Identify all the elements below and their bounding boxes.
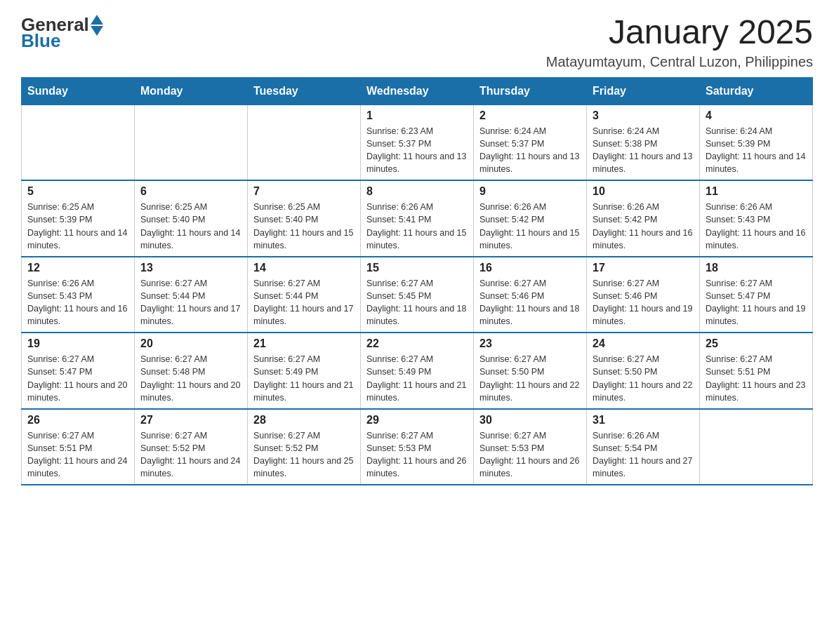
day-number: 20 [140, 337, 241, 350]
calendar-cell: 20Sunrise: 6:27 AM Sunset: 5:48 PM Dayli… [135, 333, 248, 409]
day-number: 24 [593, 337, 694, 350]
day-number: 7 [253, 185, 355, 198]
day-number: 6 [140, 185, 241, 198]
calendar-cell: 5Sunrise: 6:25 AM Sunset: 5:39 PM Daylig… [22, 180, 135, 257]
calendar-cell [248, 105, 361, 180]
calendar-cell: 10Sunrise: 6:26 AM Sunset: 5:42 PM Dayli… [587, 180, 700, 257]
day-info: Sunrise: 6:27 AM Sunset: 5:50 PM Dayligh… [479, 353, 581, 404]
calendar-cell: 28Sunrise: 6:27 AM Sunset: 5:52 PM Dayli… [248, 409, 361, 485]
day-number: 21 [253, 337, 355, 350]
day-number: 15 [366, 262, 468, 274]
calendar-cell [22, 105, 135, 180]
page-header: General Blue January 2025 Matayumtayum, … [21, 14, 813, 70]
header-day-thursday: Thursday [474, 77, 587, 105]
calendar-cell: 26Sunrise: 6:27 AM Sunset: 5:51 PM Dayli… [22, 409, 135, 485]
title-area: January 2025 Matayumtayum, Central Luzon… [546, 14, 813, 70]
day-number: 30 [479, 414, 581, 427]
calendar-cell: 4Sunrise: 6:24 AM Sunset: 5:39 PM Daylig… [700, 105, 813, 180]
day-info: Sunrise: 6:26 AM Sunset: 5:41 PM Dayligh… [366, 201, 468, 252]
day-info: Sunrise: 6:27 AM Sunset: 5:44 PM Dayligh… [140, 277, 241, 328]
calendar-cell: 7Sunrise: 6:25 AM Sunset: 5:40 PM Daylig… [248, 180, 361, 257]
day-number: 25 [706, 337, 807, 350]
calendar-subtitle: Matayumtayum, Central Luzon, Philippines [546, 54, 813, 70]
day-info: Sunrise: 6:27 AM Sunset: 5:47 PM Dayligh… [706, 277, 807, 328]
day-number: 23 [479, 337, 581, 350]
header-day-saturday: Saturday [700, 77, 813, 105]
logo: General Blue [21, 14, 103, 52]
day-info: Sunrise: 6:25 AM Sunset: 5:40 PM Dayligh… [253, 201, 355, 252]
calendar-title: January 2025 [546, 14, 813, 51]
logo-blue: Blue [21, 30, 60, 52]
calendar-cell: 24Sunrise: 6:27 AM Sunset: 5:50 PM Dayli… [587, 333, 700, 409]
day-number: 26 [27, 414, 128, 427]
day-info: Sunrise: 6:27 AM Sunset: 5:46 PM Dayligh… [479, 277, 581, 328]
calendar-cell: 8Sunrise: 6:26 AM Sunset: 5:41 PM Daylig… [361, 180, 474, 257]
calendar-week-3: 12Sunrise: 6:26 AM Sunset: 5:43 PM Dayli… [22, 257, 813, 333]
day-number: 3 [593, 109, 694, 122]
day-info: Sunrise: 6:27 AM Sunset: 5:51 PM Dayligh… [706, 353, 807, 404]
calendar-cell: 27Sunrise: 6:27 AM Sunset: 5:52 PM Dayli… [135, 409, 248, 485]
header-day-friday: Friday [587, 77, 700, 105]
day-number: 14 [253, 262, 355, 274]
day-number: 1 [366, 109, 468, 122]
calendar-cell [700, 409, 813, 485]
day-info: Sunrise: 6:27 AM Sunset: 5:44 PM Dayligh… [253, 277, 355, 328]
day-info: Sunrise: 6:26 AM Sunset: 5:43 PM Dayligh… [706, 201, 807, 252]
calendar-cell: 3Sunrise: 6:24 AM Sunset: 5:38 PM Daylig… [587, 105, 700, 180]
day-info: Sunrise: 6:24 AM Sunset: 5:38 PM Dayligh… [593, 125, 694, 176]
calendar-cell: 19Sunrise: 6:27 AM Sunset: 5:47 PM Dayli… [22, 333, 135, 409]
day-number: 10 [593, 185, 694, 198]
calendar-cell: 13Sunrise: 6:27 AM Sunset: 5:44 PM Dayli… [135, 257, 248, 333]
day-number: 22 [366, 337, 468, 350]
day-number: 16 [479, 262, 581, 274]
calendar-cell: 1Sunrise: 6:23 AM Sunset: 5:37 PM Daylig… [361, 105, 474, 180]
day-info: Sunrise: 6:26 AM Sunset: 5:42 PM Dayligh… [593, 201, 694, 252]
calendar-header-row: SundayMondayTuesdayWednesdayThursdayFrid… [22, 77, 813, 105]
calendar-cell: 15Sunrise: 6:27 AM Sunset: 5:45 PM Dayli… [361, 257, 474, 333]
calendar-cell: 11Sunrise: 6:26 AM Sunset: 5:43 PM Dayli… [700, 180, 813, 257]
calendar-cell: 31Sunrise: 6:26 AM Sunset: 5:54 PM Dayli… [587, 409, 700, 485]
day-info: Sunrise: 6:27 AM Sunset: 5:47 PM Dayligh… [27, 353, 128, 404]
header-day-wednesday: Wednesday [361, 77, 474, 105]
day-number: 29 [366, 414, 468, 427]
day-info: Sunrise: 6:27 AM Sunset: 5:51 PM Dayligh… [27, 429, 128, 481]
header-day-sunday: Sunday [22, 77, 135, 105]
calendar-cell: 17Sunrise: 6:27 AM Sunset: 5:46 PM Dayli… [587, 257, 700, 333]
day-number: 9 [479, 185, 581, 198]
day-number: 5 [27, 185, 128, 198]
calendar-cell: 21Sunrise: 6:27 AM Sunset: 5:49 PM Dayli… [248, 333, 361, 409]
day-number: 31 [593, 414, 694, 427]
calendar-cell: 30Sunrise: 6:27 AM Sunset: 5:53 PM Dayli… [474, 409, 587, 485]
day-number: 27 [140, 414, 241, 427]
day-info: Sunrise: 6:26 AM Sunset: 5:43 PM Dayligh… [27, 277, 128, 328]
day-info: Sunrise: 6:26 AM Sunset: 5:54 PM Dayligh… [593, 429, 694, 481]
calendar-cell: 25Sunrise: 6:27 AM Sunset: 5:51 PM Dayli… [700, 333, 813, 409]
calendar-week-2: 5Sunrise: 6:25 AM Sunset: 5:39 PM Daylig… [22, 180, 813, 257]
calendar-week-4: 19Sunrise: 6:27 AM Sunset: 5:47 PM Dayli… [22, 333, 813, 409]
day-info: Sunrise: 6:26 AM Sunset: 5:42 PM Dayligh… [479, 201, 581, 252]
day-info: Sunrise: 6:27 AM Sunset: 5:52 PM Dayligh… [140, 429, 241, 481]
calendar-week-5: 26Sunrise: 6:27 AM Sunset: 5:51 PM Dayli… [22, 409, 813, 485]
calendar-cell: 12Sunrise: 6:26 AM Sunset: 5:43 PM Dayli… [22, 257, 135, 333]
calendar-cell: 9Sunrise: 6:26 AM Sunset: 5:42 PM Daylig… [474, 180, 587, 257]
day-number: 12 [27, 262, 128, 274]
day-info: Sunrise: 6:27 AM Sunset: 5:53 PM Dayligh… [366, 429, 468, 481]
calendar-cell: 29Sunrise: 6:27 AM Sunset: 5:53 PM Dayli… [361, 409, 474, 485]
day-info: Sunrise: 6:27 AM Sunset: 5:53 PM Dayligh… [479, 429, 581, 481]
day-info: Sunrise: 6:27 AM Sunset: 5:52 PM Dayligh… [253, 429, 355, 481]
day-info: Sunrise: 6:23 AM Sunset: 5:37 PM Dayligh… [366, 125, 468, 176]
day-number: 8 [366, 185, 468, 198]
calendar-cell: 14Sunrise: 6:27 AM Sunset: 5:44 PM Dayli… [248, 257, 361, 333]
calendar-cell: 2Sunrise: 6:24 AM Sunset: 5:37 PM Daylig… [474, 105, 587, 180]
calendar-week-1: 1Sunrise: 6:23 AM Sunset: 5:37 PM Daylig… [22, 105, 813, 180]
calendar-cell: 22Sunrise: 6:27 AM Sunset: 5:49 PM Dayli… [361, 333, 474, 409]
day-info: Sunrise: 6:27 AM Sunset: 5:45 PM Dayligh… [366, 277, 468, 328]
calendar-cell [135, 105, 248, 180]
day-number: 19 [27, 337, 128, 350]
calendar-table: SundayMondayTuesdayWednesdayThursdayFrid… [21, 77, 813, 486]
day-info: Sunrise: 6:27 AM Sunset: 5:50 PM Dayligh… [593, 353, 694, 404]
day-number: 4 [706, 109, 807, 122]
day-number: 2 [479, 109, 581, 122]
day-number: 18 [706, 262, 807, 274]
day-info: Sunrise: 6:25 AM Sunset: 5:39 PM Dayligh… [27, 201, 128, 252]
